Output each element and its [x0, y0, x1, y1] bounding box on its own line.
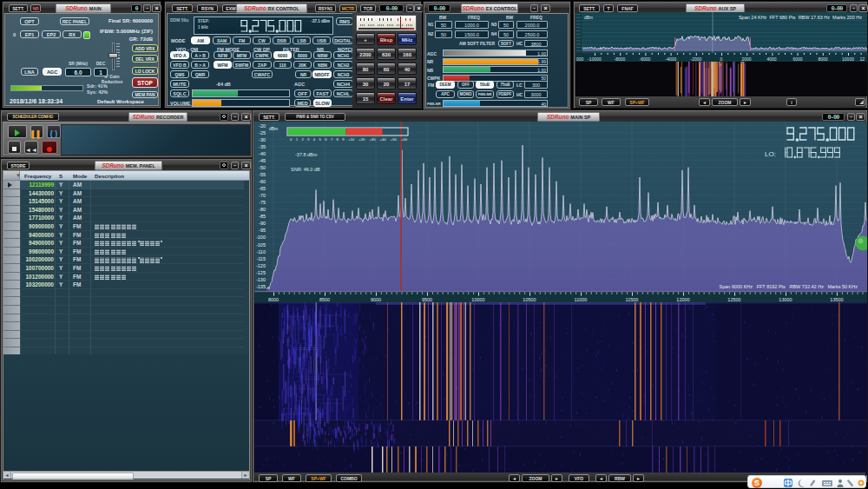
svg-text:dBm: dBm	[584, 15, 593, 20]
svg-text:10000: 10000	[471, 297, 484, 302]
svg-text:-55: -55	[259, 172, 266, 177]
svg-text:2000: 2000	[741, 56, 751, 62]
svg-text:-20: -20	[259, 123, 266, 129]
svg-text:-60: -60	[259, 179, 266, 184]
svg-text:-30: -30	[259, 137, 266, 142]
svg-text:-85: -85	[259, 214, 266, 219]
svg-text:-75: -75	[259, 200, 266, 205]
svg-text:-2000: -2000	[691, 56, 702, 62]
svg-text:-120: -120	[256, 263, 266, 268]
svg-text:11000: 11000	[575, 297, 588, 302]
svg-text:-10000: -10000	[588, 56, 602, 62]
svg-text:-45: -45	[259, 158, 266, 163]
svg-text:6000: 6000	[792, 56, 802, 62]
svg-text:12000: 12000	[676, 297, 689, 302]
svg-text:8000: 8000	[818, 56, 827, 62]
svg-text:-130: -130	[256, 277, 266, 282]
svg-text:-4000: -4000	[666, 56, 677, 62]
svg-text:+30: +30	[369, 137, 376, 142]
svg-text:+60: +60	[401, 137, 408, 142]
svg-text:000: 000	[576, 56, 584, 62]
svg-text:Span 6000 KHz FFT 8192 Pts: Span 6000 KHz FFT 8192 Pts RBW 732.42 Hz…	[720, 284, 858, 289]
svg-text:0: 0	[720, 56, 723, 62]
svg-text:SNR: 46.0 dB: SNR: 46.0 dB	[291, 167, 320, 172]
svg-text:10500: 10500	[523, 297, 536, 302]
svg-text:11500: 11500	[626, 297, 639, 302]
svg-text:9500: 9500	[422, 297, 432, 302]
svg-text:+10: +10	[348, 137, 355, 142]
svg-text:-110: -110	[256, 249, 266, 254]
svg-text:12500: 12500	[727, 297, 740, 302]
svg-text:13000: 13000	[779, 297, 792, 302]
svg-text:-6000: -6000	[640, 56, 651, 62]
svg-text:13500: 13500	[830, 297, 843, 302]
svg-text:-100: -100	[256, 235, 266, 240]
svg-text:12: 12	[859, 56, 865, 62]
svg-text:-65: -65	[259, 186, 266, 191]
svg-text:dBm: dBm	[269, 126, 278, 131]
svg-text:Span 24 KHz FFT 680 Pts RBW: Span 24 KHz FFT 680 Pts RBW 17.63 Hz Mar…	[739, 15, 862, 20]
svg-text:4000: 4000	[766, 56, 776, 62]
svg-text:-40: -40	[259, 151, 266, 156]
svg-text:-105: -105	[256, 242, 266, 248]
svg-text:10000: 10000	[842, 56, 854, 62]
svg-text:-50: -50	[259, 165, 266, 170]
svg-text:-125: -125	[256, 270, 266, 275]
svg-text:8000: 8000	[268, 297, 279, 302]
svg-text:+50: +50	[391, 137, 398, 142]
svg-text:9000: 9000	[371, 297, 381, 302]
svg-text:-70: -70	[259, 193, 266, 198]
svg-text:LO:: LO:	[765, 150, 776, 158]
svg-text:-35: -35	[259, 144, 266, 149]
svg-text:+40: +40	[380, 137, 387, 142]
svg-text:-80: -80	[259, 207, 266, 212]
svg-text:8500: 8500	[319, 297, 330, 302]
svg-text:-95: -95	[259, 228, 266, 233]
svg-text:-8000: -8000	[615, 56, 626, 62]
svg-text:-115: -115	[256, 256, 266, 261]
svg-text:+20: +20	[358, 137, 365, 142]
svg-text:-90: -90	[259, 221, 266, 226]
svg-text:-25: -25	[259, 130, 266, 135]
svg-text:-37.8 dBm: -37.8 dBm	[295, 152, 318, 157]
svg-text:-135: -135	[256, 284, 266, 289]
